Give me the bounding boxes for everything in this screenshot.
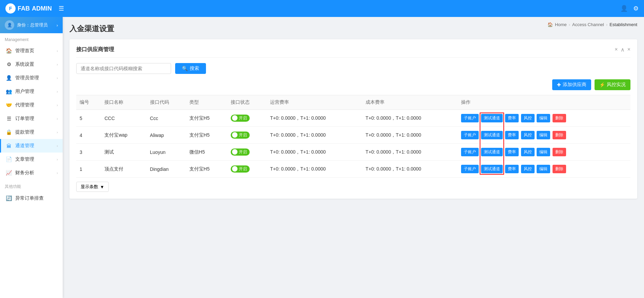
cell-actions: 子账户 测试通道 费率 风控 编辑 删除 xyxy=(458,144,630,161)
breadcrumb: 🏠 Home › Access Channel › Establishment xyxy=(547,22,637,27)
toggle-dot xyxy=(232,149,237,155)
chevron-icon: › xyxy=(57,130,58,134)
cell-op-rate: T+0: 0.0000，T+1: 0.0000 xyxy=(267,127,362,144)
sidebar-item-finance[interactable]: 📈 财务分析 › xyxy=(0,166,63,180)
risk-button[interactable]: 风控 xyxy=(521,131,535,139)
toggle-dot xyxy=(232,166,237,172)
edit-button[interactable]: 编辑 xyxy=(537,131,550,139)
cell-name: 测试 xyxy=(101,144,146,161)
add-icon: ✚ xyxy=(557,82,561,87)
sidebar-item-abnormal[interactable]: 🔄 异常订单排查 xyxy=(0,192,63,205)
risk-monitor-label: 风控实况 xyxy=(607,82,626,88)
sidebar-item-dashboard[interactable]: 🏠 管理首页 › xyxy=(0,44,63,58)
cell-code: Aliwap xyxy=(147,127,186,144)
chevron-icon: › xyxy=(57,90,58,94)
panel-minimize-icon[interactable]: × xyxy=(615,46,618,53)
cell-cost-rate: T+0: 0.0000，T+1: 0.0000 xyxy=(362,144,458,161)
delete-button[interactable]: 删除 xyxy=(553,114,566,122)
chevron-icon: › xyxy=(57,171,58,175)
user-icon[interactable]: 👤 xyxy=(620,5,628,12)
test-channel-button[interactable]: 测试通道 xyxy=(481,131,503,139)
delete-button[interactable]: 删除 xyxy=(553,165,566,173)
sidebar-item-users[interactable]: 👥 用户管理 › xyxy=(0,85,63,98)
test-channel-button[interactable]: 测试通道 xyxy=(481,114,503,122)
agents-icon: 🤝 xyxy=(6,102,12,108)
withdraw-icon: 🔒 xyxy=(6,129,12,135)
delete-button[interactable]: 删除 xyxy=(553,131,566,139)
risk-button[interactable]: 风控 xyxy=(521,148,535,156)
role-arrow: › xyxy=(57,23,58,28)
sidebar-item-channel[interactable]: 🏛 通道管理 › xyxy=(0,139,63,153)
cell-actions: 子账户 测试通道 费率 风控 编辑 删除 xyxy=(458,161,630,178)
toggle-dot xyxy=(232,115,237,121)
col-type: 类型 xyxy=(186,95,227,110)
status-toggle[interactable]: 开启 xyxy=(231,115,250,122)
table-row: 1 顶点支付 Dingdian 支付宝H5 开启 T+0: 0.0000，T+1… xyxy=(76,161,630,178)
admin-icon: 👤 xyxy=(6,75,12,81)
sub-account-button[interactable]: 子账户 xyxy=(461,148,479,156)
fee-button[interactable]: 费率 xyxy=(505,131,519,139)
status-toggle[interactable]: 开启 xyxy=(231,132,250,139)
edit-button[interactable]: 编辑 xyxy=(537,148,550,156)
data-table: 编号 接口名称 接口代码 类型 接口状态 运营费率 成本费率 操作 5 CCC … xyxy=(76,95,630,178)
fee-button[interactable]: 费率 xyxy=(505,148,519,156)
show-count-button[interactable]: 显示条数 ▼ xyxy=(76,182,109,192)
col-op-rate: 运营费率 xyxy=(267,95,362,110)
col-name: 接口名称 xyxy=(101,95,146,110)
panel-close-icon[interactable]: × xyxy=(627,46,630,53)
sub-account-button[interactable]: 子账户 xyxy=(461,114,479,122)
sidebar-item-abnormal-label: 异常订单排查 xyxy=(15,195,44,201)
search-input[interactable] xyxy=(76,63,171,74)
edit-button[interactable]: 编辑 xyxy=(537,165,550,173)
logo-icon: F xyxy=(5,3,16,14)
sidebar-item-finance-label: 财务分析 xyxy=(15,170,34,176)
risk-button[interactable]: 风控 xyxy=(521,114,535,122)
sidebar-item-admin[interactable]: 👤 管理员管理 › xyxy=(0,71,63,85)
sidebar-item-agents[interactable]: 🤝 代理管理 › xyxy=(0,98,63,112)
fee-button[interactable]: 费率 xyxy=(505,114,519,122)
fee-button[interactable]: 费率 xyxy=(505,165,519,173)
sub-account-button[interactable]: 子账户 xyxy=(461,131,479,139)
test-channel-button[interactable]: 测试通道 xyxy=(481,165,503,173)
breadcrumb-home[interactable]: Home xyxy=(555,22,567,27)
test-channel-button[interactable]: 测试通道 xyxy=(481,148,503,156)
sub-account-button[interactable]: 子账户 xyxy=(461,165,479,173)
breadcrumb-sep2: › xyxy=(606,22,607,27)
other-label: 其他功能 xyxy=(0,180,63,192)
sidebar-item-withdraw[interactable]: 🔒 提款管理 › xyxy=(0,125,63,139)
sidebar-item-orders[interactable]: ☰ 订单管理 › xyxy=(0,112,63,125)
search-button[interactable]: 🔍 搜索 xyxy=(175,63,206,74)
panel-collapse-icon[interactable]: ∧ xyxy=(621,46,625,53)
status-toggle[interactable]: 开启 xyxy=(231,148,250,156)
sidebar-item-withdraw-label: 提款管理 xyxy=(15,129,34,135)
add-supplier-button[interactable]: ✚ 添加供应商 xyxy=(552,79,591,90)
channel-icon: 🏛 xyxy=(6,143,12,149)
cell-cost-rate: T+0: 0.0000，T+1: 0.0000 xyxy=(362,127,458,144)
chevron-icon: › xyxy=(57,49,58,53)
header-right: 👤 ⚙ xyxy=(620,5,639,12)
action-row: ✚ 添加供应商 ⚡ 风控实况 xyxy=(76,79,630,90)
settings-icon[interactable]: ⚙ xyxy=(633,5,639,12)
edit-button[interactable]: 编辑 xyxy=(537,114,550,122)
sidebar-role[interactable]: 👤 身份：总管理员 › xyxy=(0,17,63,33)
breadcrumb-home-icon: 🏠 xyxy=(547,22,553,27)
cell-status: 开启 xyxy=(227,110,267,127)
article-icon: 📄 xyxy=(6,156,12,162)
dropdown-icon: ▼ xyxy=(100,184,104,190)
cell-cost-rate: T+0: 0.0000，T+1: 0.0000 xyxy=(362,110,458,127)
status-toggle[interactable]: 开启 xyxy=(231,165,250,173)
breadcrumb-access-channel[interactable]: Access Channel xyxy=(572,22,604,27)
menu-toggle[interactable]: ☰ xyxy=(56,3,67,14)
delete-button[interactable]: 删除 xyxy=(553,148,566,156)
col-actions: 操作 xyxy=(458,95,630,110)
sidebar-item-article[interactable]: 📄 文章管理 › xyxy=(0,153,63,166)
risk-icon: ⚡ xyxy=(599,82,605,87)
risk-button[interactable]: 风控 xyxy=(521,165,535,173)
cell-code: Luoyun xyxy=(147,144,186,161)
col-code: 接口代码 xyxy=(147,95,186,110)
sidebar-item-system[interactable]: ⚙ 系统设置 › xyxy=(0,58,63,71)
chevron-icon: › xyxy=(57,144,58,148)
risk-monitor-button[interactable]: ⚡ 风控实况 xyxy=(595,79,630,90)
cell-type: 微信H5 xyxy=(186,144,227,161)
cell-code: Ccc xyxy=(147,110,186,127)
